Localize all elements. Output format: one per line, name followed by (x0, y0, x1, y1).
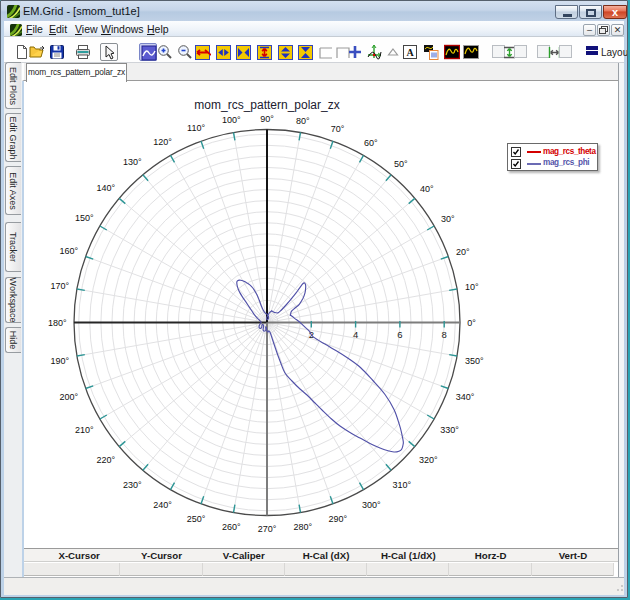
svg-text:120°: 120° (153, 137, 172, 147)
svg-text:mom_rcs_pattern_polar_zx: mom_rcs_pattern_polar_zx (194, 98, 339, 112)
svg-text:90°: 90° (260, 114, 274, 124)
svg-text:4: 4 (353, 329, 358, 340)
svg-text:30°: 30° (441, 214, 455, 224)
svg-text:270°: 270° (258, 524, 277, 534)
svg-text:330°: 330° (440, 425, 459, 435)
svg-text:0°: 0° (467, 318, 476, 328)
svg-text:260°: 260° (222, 522, 241, 532)
svg-text:130°: 130° (123, 157, 142, 167)
svg-text:280°: 280° (293, 522, 312, 532)
svg-text:240°: 240° (153, 500, 172, 510)
svg-text:80°: 80° (296, 116, 310, 126)
svg-text:10°: 10° (465, 282, 479, 292)
svg-text:100°: 100° (222, 115, 241, 125)
svg-text:200°: 200° (60, 392, 79, 402)
svg-text:350°: 350° (465, 356, 484, 366)
svg-text:220°: 220° (96, 455, 115, 465)
svg-text:50°: 50° (394, 159, 408, 169)
svg-text:110°: 110° (187, 123, 205, 133)
svg-text:60°: 60° (364, 138, 378, 148)
svg-text:6: 6 (397, 329, 402, 340)
svg-text:70°: 70° (331, 124, 345, 134)
svg-text:310°: 310° (392, 480, 411, 490)
svg-text:290°: 290° (329, 514, 348, 524)
svg-text:140°: 140° (96, 183, 115, 193)
svg-text:8: 8 (442, 329, 447, 340)
svg-text:180°: 180° (48, 318, 67, 328)
svg-text:160°: 160° (60, 246, 79, 256)
svg-text:230°: 230° (123, 480, 142, 490)
svg-text:A: A (406, 47, 414, 58)
svg-text:340°: 340° (456, 392, 475, 402)
svg-text:170°: 170° (50, 281, 69, 291)
svg-text:210°: 210° (75, 425, 94, 435)
svg-text:320°: 320° (419, 455, 438, 465)
svg-text:250°: 250° (187, 514, 206, 524)
svg-text:300°: 300° (362, 500, 381, 510)
svg-text:190°: 190° (50, 356, 69, 366)
svg-text:20°: 20° (456, 247, 470, 257)
svg-text:150°: 150° (75, 213, 94, 223)
svg-text:40°: 40° (420, 184, 434, 194)
